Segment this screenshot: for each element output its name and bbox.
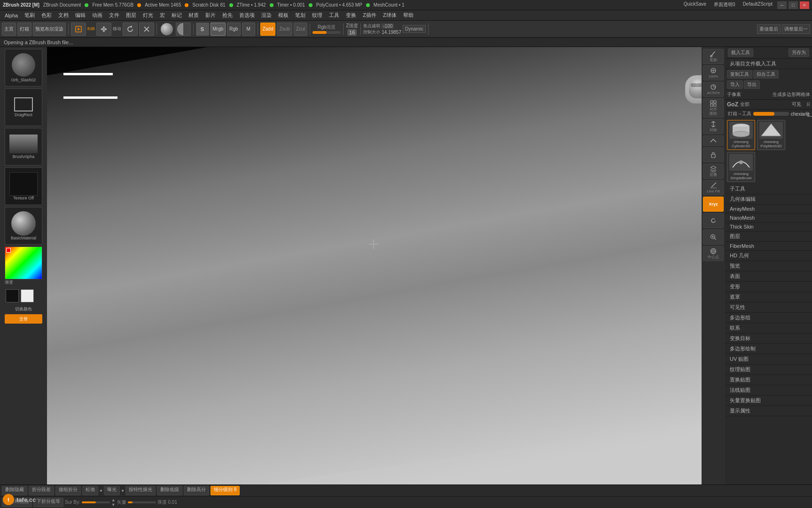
direction-track[interactable] — [753, 112, 789, 116]
menu-polypaint[interactable]: 多边形绘制 — [725, 344, 812, 354]
sb-subdivlevel[interactable]: 细分级别 8 — [211, 486, 240, 495]
mrgb-btn[interactable]: Mrgb — [211, 23, 226, 36]
tab-home[interactable]: 主页 — [2, 23, 16, 36]
tool-thumb-poly[interactable]: chexiangPolyMesh3D — [757, 120, 785, 150]
rs-grid-btn[interactable]: 对齐图框 — [703, 98, 724, 118]
sb-fold-group[interactable]: 接组折分 — [55, 486, 81, 495]
color-white[interactable] — [21, 289, 34, 302]
rs-world-btn[interactable]: 中心点 — [703, 246, 724, 261]
menu-visibility[interactable]: 可见性 — [725, 302, 812, 313]
brush-circle-btn[interactable] — [159, 23, 174, 36]
menu-pickup[interactable]: 抢先 — [219, 11, 235, 20]
move-btn[interactable] — [96, 23, 111, 36]
rs-chevron-btn[interactable] — [703, 135, 724, 146]
rs-xryz-btn[interactable]: Xryz — [703, 197, 724, 212]
tab-preview[interactable]: 预览布尔渲染 — [33, 23, 66, 36]
minimize-btn[interactable]: ─ — [777, 1, 787, 9]
menu-zplugin[interactable]: Z插件 — [360, 11, 379, 20]
close-btn[interactable]: ✕ — [800, 1, 809, 9]
edit-btn[interactable] — [71, 23, 86, 36]
menu-template[interactable]: 模板 — [275, 11, 291, 20]
scale-btn[interactable] — [139, 23, 154, 36]
clone-btn[interactable]: 复制工具 — [727, 70, 752, 79]
menu-edit[interactable]: 编辑 — [72, 11, 88, 20]
menu-zball[interactable]: Z球体 — [380, 11, 399, 20]
export-btn[interactable]: 导出 — [744, 80, 760, 89]
menu-display-props[interactable]: 显示属性 — [725, 406, 812, 416]
rs-brush-btn[interactable]: 笔刷 — [703, 49, 724, 64]
rs-rotate-btn[interactable] — [703, 213, 724, 228]
menu-brush[interactable]: 笔刷 — [22, 11, 38, 20]
all-label[interactable]: 全部 — [740, 101, 750, 108]
menu-layers[interactable]: 图层 — [725, 231, 812, 242]
sb-exposure[interactable]: 曝光 — [104, 486, 120, 495]
surby-slider[interactable] — [82, 501, 110, 503]
menu-preview[interactable]: 预览 — [725, 261, 812, 271]
redo-last-btn[interactable]: 重做最后 — [757, 24, 781, 34]
canvas-area[interactable] — [47, 47, 727, 484]
brush-preview[interactable]: Orb_Slash02 — [5, 49, 42, 87]
rs-linefill-btn[interactable]: Line Fill — [703, 180, 724, 195]
script-label[interactable]: DefaultZScript — [740, 1, 775, 9]
rotate-btn[interactable] — [123, 23, 138, 36]
menu-fibermesh[interactable]: FiberMesh — [725, 242, 812, 251]
import-btn[interactable]: 导入 — [727, 80, 743, 89]
menu-material[interactable]: 材质 — [186, 11, 202, 20]
menu-mask[interactable]: 遮罩 — [725, 292, 812, 302]
rs-ac50-btn[interactable]: AC50% — [703, 82, 724, 97]
rs-layer-btn[interactable]: 层叠 — [703, 164, 724, 179]
menu-render[interactable]: 渲染 — [258, 11, 274, 20]
sb-fold-low[interactable]: 下折分低等 — [33, 498, 63, 507]
menu-surface[interactable]: 表面 — [725, 271, 812, 282]
maximize-btn[interactable]: □ — [789, 1, 798, 9]
from-file-item[interactable]: 从项目文件载入工具 — [725, 59, 812, 69]
s-btn[interactable]: S — [196, 23, 209, 36]
menu-nanomesh[interactable]: NanoMesh — [725, 214, 812, 222]
color-picker[interactable] — [5, 246, 42, 279]
rs-lock-btn[interactable] — [703, 147, 724, 162]
menu-normal-map[interactable]: 法线贴图 — [725, 385, 812, 396]
menu-texture-map[interactable]: 纹理贴图 — [725, 365, 812, 375]
menu-file[interactable]: 文件 — [106, 11, 122, 20]
menu-macro[interactable]: 宏 — [157, 11, 168, 20]
menu-thick-skin[interactable]: Thick Skin — [725, 222, 812, 231]
find-tool-btn[interactable]: 拟合工具 — [753, 70, 779, 79]
goz-label[interactable]: GoZ — [727, 101, 738, 108]
menu-color[interactable]: 色彩 — [39, 11, 55, 20]
menu-deform[interactable]: 变形 — [725, 282, 812, 292]
m-btn[interactable]: M — [242, 23, 255, 36]
rs-zoomd-btn[interactable]: 100% — [703, 65, 724, 80]
rgb-btn[interactable]: Rgb — [227, 23, 240, 36]
menu-geoedit[interactable]: 几何体编辑 — [725, 194, 812, 205]
texture-off-box[interactable]: Texture Off — [5, 167, 42, 205]
sb-delete-high[interactable]: 删除高分 — [184, 486, 209, 495]
menu-layer[interactable]: 图层 — [123, 11, 139, 20]
color-black[interactable] — [6, 289, 19, 302]
menu-subtool[interactable]: 子工具 — [725, 184, 812, 194]
exchange-btn[interactable]: 交替 — [5, 314, 42, 324]
zadd-btn[interactable]: Zadd — [260, 23, 276, 36]
tool-thumb-cylinder[interactable]: chexiangCylinder3D — [727, 120, 755, 150]
adjust-last-btn[interactable]: 调整最后一 — [782, 24, 810, 34]
menu-light[interactable]: 灯光 — [140, 11, 156, 20]
rgb-intensity-slider[interactable] — [312, 31, 341, 34]
thickness-slider[interactable] — [128, 501, 156, 503]
menu-vector-displacement[interactable]: 矢量置换贴图 — [725, 396, 812, 406]
tab-lightbox[interactable]: 灯箱 — [17, 23, 31, 36]
menu-transform[interactable]: 变换 — [343, 11, 359, 20]
drag-rect-preview[interactable]: DragRect — [5, 88, 42, 126]
brush-alpha-preview[interactable]: BrushAlpha — [5, 128, 42, 166]
rs-zoomin-btn[interactable] — [703, 230, 724, 245]
menu-tool[interactable]: 工具 — [326, 11, 342, 20]
load-tool-btn[interactable]: 载入工具 — [728, 48, 753, 57]
zsub-btn[interactable]: Zsub — [277, 23, 292, 36]
interface-label[interactable]: 界面透明0 — [711, 1, 738, 9]
brush-half-btn[interactable] — [176, 23, 191, 36]
menu-displacement[interactable]: 置换贴图 — [725, 375, 812, 385]
dynamic-btn[interactable]: Dynamic — [403, 25, 426, 33]
sb-relax[interactable]: 松弛 — [82, 486, 98, 495]
menu-movie[interactable]: 影片 — [203, 11, 219, 20]
visible-label[interactable]: 可见 — [792, 101, 801, 108]
menu-document[interactable]: 文档 — [55, 11, 71, 20]
menu-arraymesh[interactable]: ArrayMesh — [725, 205, 812, 214]
